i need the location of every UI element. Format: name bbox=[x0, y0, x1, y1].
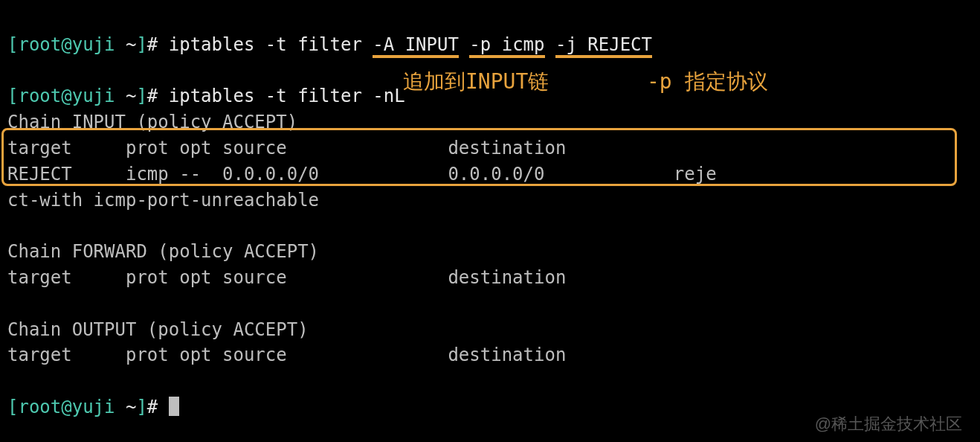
prompt-symbol: # bbox=[147, 397, 169, 417]
prompt-close: ] bbox=[136, 86, 146, 106]
prompt-user-host: root@yuji bbox=[18, 34, 115, 55]
prompt-user-host: root@yuji bbox=[18, 397, 115, 417]
prompt-open: [ bbox=[7, 34, 18, 55]
cmd1-flag-a: -A INPUT bbox=[373, 34, 459, 58]
prompt-close: ] bbox=[136, 397, 146, 417]
cmd1-flag-p: -p icmp bbox=[469, 34, 544, 58]
chain-input-header: Chain INPUT (policy ACCEPT) bbox=[7, 109, 973, 135]
chain-output-cols: target prot opt source destination bbox=[7, 342, 973, 368]
watermark-text: @稀土掘金技术社区 bbox=[815, 412, 962, 436]
chain-input-row1b: ct-with icmp-port-unreachable bbox=[7, 188, 973, 214]
blank-line-2 bbox=[7, 291, 973, 317]
cmd1-sep2 bbox=[545, 34, 555, 55]
cmd1-sep1 bbox=[459, 34, 469, 55]
prompt-symbol: # bbox=[147, 86, 169, 106]
cmd1-base: iptables -t filter bbox=[169, 34, 373, 55]
prompt-close: ] bbox=[136, 34, 146, 55]
command-line-1[interactable]: [root@yuji ~]# iptables -t filter -A INP… bbox=[7, 6, 973, 58]
prompt-path: ~ bbox=[115, 397, 137, 417]
prompt-path: ~ bbox=[115, 34, 137, 55]
chain-input-cols: target prot opt source destination bbox=[7, 135, 973, 161]
annotation-protocol: -p 指定协议 bbox=[647, 67, 768, 97]
chain-forward-header: Chain FORWARD (policy ACCEPT) bbox=[7, 239, 973, 265]
prompt-open: [ bbox=[7, 397, 18, 417]
cmd1-flag-j: -j REJECT bbox=[555, 34, 652, 58]
chain-output-header: Chain OUTPUT (policy ACCEPT) bbox=[7, 317, 973, 343]
prompt-open: [ bbox=[7, 86, 18, 106]
cmd2-text: iptables -t filter -nL bbox=[169, 86, 405, 106]
chain-forward-cols: target prot opt source destination bbox=[7, 265, 973, 291]
cursor-icon bbox=[169, 397, 179, 416]
annotation-append-input: 追加到INPUT链 bbox=[403, 67, 549, 97]
prompt-path: ~ bbox=[115, 86, 137, 106]
prompt-symbol: # bbox=[147, 34, 169, 55]
prompt-user-host: root@yuji bbox=[18, 86, 115, 106]
chain-input-row1a: REJECT icmp -- 0.0.0.0/0 0.0.0.0/0 reje bbox=[7, 161, 973, 188]
blank-line-1 bbox=[7, 213, 973, 239]
